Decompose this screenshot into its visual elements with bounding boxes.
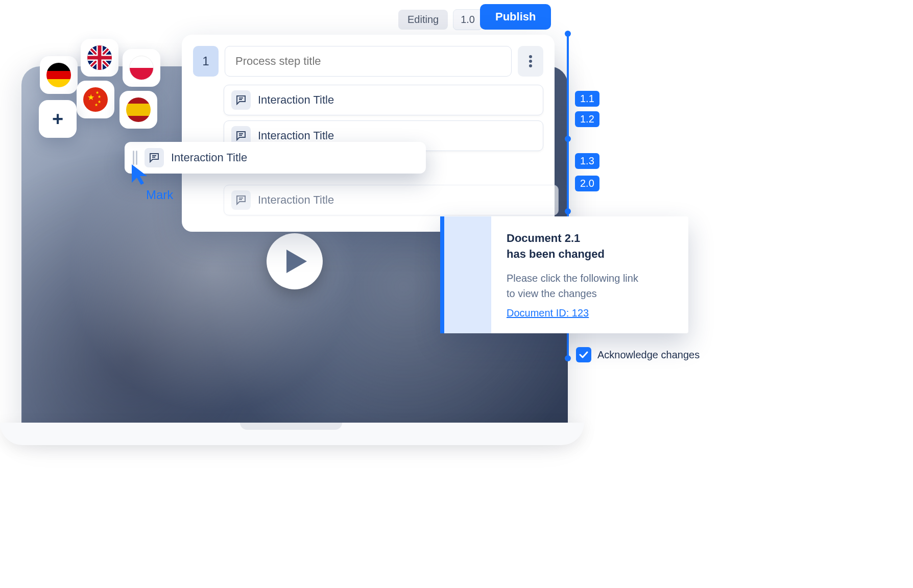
editing-status-pill: Editing xyxy=(398,10,448,30)
change-notification-card: Document 2.1 has been changed Please cli… xyxy=(440,216,688,333)
timeline-node xyxy=(565,136,571,142)
notification-title: Document 2.1 has been changed xyxy=(507,231,673,262)
dragged-interaction-item[interactable]: Interaction Title xyxy=(125,142,426,174)
language-flag-uk[interactable] xyxy=(81,39,118,77)
step-title-input[interactable] xyxy=(225,46,512,77)
interaction-title: Interaction Title xyxy=(258,93,334,107)
svg-point-0 xyxy=(529,55,532,58)
flag-pl-icon xyxy=(129,56,154,80)
chat-icon xyxy=(149,153,159,163)
more-options-button[interactable] xyxy=(518,46,543,77)
version-badge[interactable]: 1.2 xyxy=(575,111,599,127)
interaction-title: Interaction Title xyxy=(258,129,334,142)
version-pill: 1.0 xyxy=(453,9,483,30)
svg-point-2 xyxy=(529,64,532,67)
interaction-icon xyxy=(231,90,251,110)
check-icon xyxy=(579,351,588,358)
interaction-row-placeholder[interactable]: Interaction Title xyxy=(224,185,559,215)
play-icon xyxy=(286,250,307,273)
timeline-node xyxy=(565,355,571,361)
notification-light-panel xyxy=(444,216,491,333)
process-step-editor: 1 Interaction Title Interaction Title In… xyxy=(182,35,555,232)
language-flag-polish[interactable] xyxy=(123,49,160,87)
version-badge[interactable]: 1.3 xyxy=(575,153,599,169)
laptop-notch xyxy=(240,423,342,430)
cursor-icon xyxy=(131,163,149,186)
notification-body: Please click the following link to view … xyxy=(507,271,673,301)
collaborator-cursor xyxy=(131,163,149,188)
timeline-node xyxy=(565,31,571,37)
collaborator-name: Mark xyxy=(146,188,173,202)
plus-icon: + xyxy=(52,108,63,130)
timeline-node xyxy=(565,208,571,214)
notification-accent-bar xyxy=(440,216,444,333)
interaction-row[interactable]: Interaction Title xyxy=(224,85,543,115)
acknowledge-checkbox[interactable] xyxy=(576,347,591,362)
version-badge[interactable]: 2.0 xyxy=(575,176,599,191)
add-language-button[interactable]: + xyxy=(39,100,77,138)
acknowledge-label: Acknowledge changes xyxy=(597,349,700,361)
more-vertical-icon xyxy=(529,55,532,67)
language-flag-german[interactable] xyxy=(40,56,78,94)
interaction-title: Interaction Title xyxy=(258,193,334,207)
publish-button[interactable]: Publish xyxy=(480,4,551,30)
step-number-badge: 1 xyxy=(193,46,219,77)
dragged-interaction-title: Interaction Title xyxy=(171,151,247,164)
chat-icon xyxy=(236,131,246,141)
notification-document-link[interactable]: Document ID: 123 xyxy=(507,307,589,318)
interaction-icon xyxy=(231,190,251,210)
svg-point-1 xyxy=(529,60,532,63)
chat-icon xyxy=(236,95,246,105)
language-flag-spanish[interactable] xyxy=(119,91,157,129)
flag-cn-icon: ★ ★ ★ ★ ★ xyxy=(83,87,108,112)
drag-handle-icon[interactable] xyxy=(133,151,137,165)
flag-uk-icon xyxy=(87,45,112,70)
language-flag-chinese[interactable]: ★ ★ ★ ★ ★ xyxy=(77,81,114,118)
flag-de-icon xyxy=(46,63,71,87)
chat-icon xyxy=(236,195,246,205)
version-badge[interactable]: 1.1 xyxy=(575,91,599,107)
flag-es-icon xyxy=(126,97,151,122)
play-button[interactable] xyxy=(267,233,323,289)
